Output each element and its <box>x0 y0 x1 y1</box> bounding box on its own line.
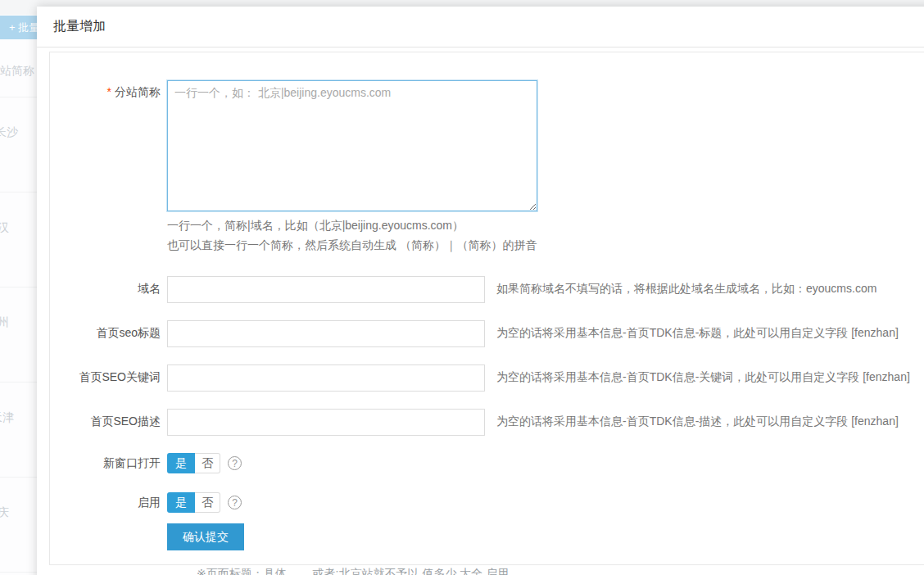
row-divider <box>0 382 37 383</box>
seo-description-hint: 为空的话将采用基本信息-首页TDK信息-描述，此处可以用自定义字段 [fenzh… <box>496 414 899 429</box>
enable-no-button[interactable]: 否 <box>195 492 220 513</box>
required-asterisk: * <box>107 85 111 98</box>
background-topbar <box>0 0 37 15</box>
enable-yes-button[interactable]: 是 <box>167 492 195 513</box>
clipped-bottom-tip: ※页面标题：具体…… 或者:北京站就不予以 值多少 大全 启用 <box>197 567 509 575</box>
batch-add-button-background[interactable]: + 批量增加 <box>0 16 37 39</box>
row-divider <box>0 287 37 288</box>
seo-description-label: 首页SEO描述 <box>50 414 161 429</box>
site-name-label: *分站简称 <box>50 85 161 100</box>
confirm-submit-button[interactable]: 确认提交 <box>167 523 244 550</box>
enable-toggle: 是 否 ? <box>167 492 242 513</box>
seo-title-hint: 为空的话将采用基本信息-首页TDK信息-标题，此处可以用自定义字段 [fenzh… <box>496 326 899 341</box>
question-mark-icon[interactable]: ? <box>228 456 242 470</box>
table-row-tianjin: 天津 <box>0 410 14 425</box>
modal-title: 批量增加 <box>53 18 106 35</box>
seo-title-label: 首页seo标题 <box>50 326 161 341</box>
row-divider <box>0 572 37 573</box>
table-row-changsha: 长沙 <box>0 125 18 140</box>
table-row-wuhan: 武汉 <box>0 220 9 235</box>
site-name-help-1: 一行一个，简称|域名，比如（北京|beijing.eyoucms.com） <box>167 219 464 233</box>
new-window-no-button[interactable]: 否 <box>195 453 220 473</box>
site-name-textarea[interactable] <box>167 80 537 211</box>
domain-input[interactable] <box>167 276 485 303</box>
new-window-toggle: 是 否 ? <box>167 453 242 473</box>
seo-description-input[interactable] <box>167 409 485 436</box>
seo-keywords-hint: 为空的话将采用基本信息-首页TDK信息-关键词，此处可以用自定义字段 [fenz… <box>496 370 910 385</box>
table-row-chongqing: 重庆 <box>0 505 9 520</box>
batch-add-modal: 批量增加 *分站简称 一行一个，简称|域名，比如（北京|beijing.eyou… <box>37 7 924 575</box>
question-mark-icon[interactable]: ? <box>228 496 242 509</box>
background-page-strip: + 批量增加 分站简称 长沙 武汉 杭州 天津 重庆 <box>0 0 37 575</box>
batch-add-form: *分站简称 一行一个，简称|域名，比如（北京|beijing.eyoucms.c… <box>49 52 924 565</box>
new-window-yes-button[interactable]: 是 <box>167 453 195 473</box>
site-name-help-2: 也可以直接一行一个简称，然后系统自动生成 （简称）｜（简称）的拼音 <box>167 238 537 253</box>
row-divider <box>0 477 37 478</box>
row-divider <box>0 97 37 97</box>
row-divider <box>0 192 37 192</box>
seo-title-input[interactable] <box>167 320 485 347</box>
seo-keywords-input[interactable] <box>167 364 485 392</box>
modal-title-divider <box>37 47 924 48</box>
table-header-site-name: 分站简称 <box>0 64 34 79</box>
enable-label: 启用 <box>50 496 161 510</box>
table-row-hangzhou: 杭州 <box>0 315 9 330</box>
domain-hint: 如果简称域名不填写的话，将根据此处域名生成域名，比如：eyoucms.com <box>496 282 876 297</box>
seo-keywords-label: 首页SEO关键词 <box>50 370 161 385</box>
domain-label: 域名 <box>50 282 161 297</box>
new-window-label: 新窗口打开 <box>50 456 161 471</box>
